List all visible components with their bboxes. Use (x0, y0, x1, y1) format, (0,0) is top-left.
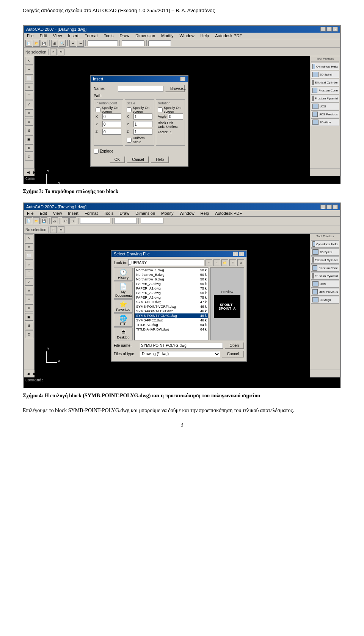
tb-open[interactable]: 📂 (33, 40, 40, 47)
shortcut-ftp[interactable]: 🌐 FTP (114, 313, 133, 327)
select-drawing-controls[interactable]: ? × (233, 252, 244, 256)
lt2-btn-1[interactable]: ↖ (25, 235, 33, 242)
menu-modify-1[interactable]: Modify (160, 33, 175, 38)
menu-edit-1[interactable]: Edit (38, 33, 49, 38)
shortcut-my-documents[interactable]: 📄 My Documents (114, 282, 133, 299)
lt-btn-12[interactable]: ⊡ (25, 153, 33, 161)
scale-x-input[interactable] (133, 113, 152, 120)
menu-draw-1[interactable]: Draw (118, 33, 131, 38)
shortcut-desktop[interactable]: 🖥 Desktop (114, 327, 133, 340)
nav-prev-1[interactable]: ◀ (25, 170, 31, 174)
lt-btn-9[interactable]: ⊕ (25, 127, 33, 134)
tb2-match[interactable]: M (58, 226, 64, 233)
select-drawing-close-btn[interactable]: ? (233, 252, 238, 256)
lt2-btn-12[interactable]: ⊡ (25, 331, 33, 338)
layer-dropdown-2[interactable] (80, 218, 110, 224)
menu-adesk-2[interactable]: Autodesk PDF (213, 211, 243, 216)
rp2-item-ucs-previous[interactable]: UCS Previous (311, 288, 339, 296)
rp-item-frustum-cone[interactable]: Frustum Cone (311, 87, 339, 94)
shortcut-favorites[interactable]: ⭐ Favorites (114, 299, 133, 313)
lt-btn-3[interactable]: ⬜ (25, 74, 33, 82)
tb-preview[interactable]: 🔍 (59, 40, 66, 47)
rp2-item-elliptical-cylinder[interactable]: Elliptical Cylinder (311, 256, 339, 264)
tb-redo[interactable]: ↪ (77, 40, 84, 47)
lookin-input[interactable] (128, 259, 204, 266)
close-btn-2[interactable]: × (333, 205, 338, 209)
lt-btn-7[interactable]: A (25, 109, 33, 117)
lt-btn-10[interactable]: ▣ (25, 135, 33, 143)
file-item-3[interactable]: PAPER_A0.dwg 50 k (135, 282, 208, 286)
explode-cb[interactable] (94, 149, 99, 154)
maximize-btn-2[interactable]: □ (326, 205, 332, 209)
lt-btn-2[interactable]: ✏ (25, 66, 33, 73)
file-item-4[interactable]: PAPER_A1.dwg 75 k (135, 286, 208, 291)
file-item-11[interactable]: SYMB-FREE.dwg 46 k (135, 318, 208, 323)
menu-format-1[interactable]: Format (83, 33, 99, 38)
rp-item-cylindrical-helix[interactable]: Cylindrical Helix (311, 63, 339, 70)
lt2-btn-6[interactable]: ⁄ (25, 278, 33, 286)
y-input[interactable] (102, 121, 121, 127)
tb-match[interactable]: M (58, 49, 64, 55)
lookin-tools[interactable]: ⚙ (237, 259, 244, 266)
lt-btn-8[interactable]: ≡ (25, 118, 33, 126)
lookin-views[interactable]: ≡ (229, 259, 236, 266)
file-item-7[interactable]: SYMB-DEH.dwg 47 k (135, 300, 208, 304)
angle-input[interactable] (168, 113, 183, 120)
tb2-print[interactable]: 🖨 (51, 217, 58, 224)
specify-onscreen-cb-1[interactable] (96, 107, 100, 112)
layer-dropdown-1[interactable] (88, 40, 118, 46)
specify-onscreen-cb-3[interactable] (158, 107, 163, 112)
menu-edit-2[interactable]: Edit (38, 211, 49, 216)
menu-tools-1[interactable]: Tools (102, 33, 115, 38)
menu-window-1[interactable]: Window (178, 33, 196, 38)
linetype-dropdown-1[interactable] (122, 40, 144, 46)
tb2-redo[interactable]: ↪ (69, 217, 76, 224)
scale-y-input[interactable] (133, 121, 152, 127)
menu-dimension-2[interactable]: Dimension (134, 211, 157, 216)
lookin-back[interactable]: ← (206, 259, 212, 266)
ok-button-1[interactable]: OK (109, 156, 125, 163)
menu-window-2[interactable]: Window (178, 211, 196, 216)
lt2-btn-11[interactable]: ⊗ (25, 322, 33, 329)
rp-item-elliptical-cylinder[interactable]: Elliptical Cylinder (311, 79, 339, 86)
rp2-item-2d-spiral[interactable]: 2D Spiral (311, 248, 339, 256)
menu-format-2[interactable]: Format (83, 211, 99, 216)
rp2-item-ucs[interactable]: UCS (311, 280, 339, 288)
tb-print[interactable]: 🖨 (51, 40, 58, 47)
window-controls-1[interactable]: _ □ × (320, 27, 338, 31)
rp-item-frustum-pyramid[interactable]: Frustum Pyramid (311, 94, 339, 102)
lt-btn-4[interactable]: ○ (25, 83, 33, 91)
file-item-0[interactable]: Northarrow_1.dwg 50 k (135, 268, 208, 272)
window-controls-2[interactable]: _ □ × (320, 205, 338, 209)
file-item-12[interactable]: TITLE-A1.dwg 64 k (135, 323, 208, 327)
lt-btn-6[interactable]: ⁄ (25, 101, 33, 108)
tb2-new[interactable]: 📄 (25, 217, 32, 224)
shortcut-history[interactable]: 🕐 History (114, 268, 133, 281)
filetype-select[interactable]: Drawing (*.dwg) (140, 351, 220, 357)
specify-onscreen-cb-2[interactable] (127, 107, 132, 112)
file-item-8[interactable]: SYMB-POINT-VORFI.dwg 46 k (135, 304, 208, 309)
scale-z-input[interactable] (133, 129, 152, 135)
lt2-btn-4[interactable]: ○ (25, 261, 33, 268)
linetype-dropdown-2[interactable] (114, 218, 137, 224)
minimize-btn-1[interactable]: _ (320, 27, 326, 31)
lt2-btn-7[interactable]: A (25, 287, 33, 294)
tb2-save[interactable]: 💾 (41, 217, 47, 224)
tb-properties[interactable]: P (50, 49, 57, 55)
lineweight-dropdown-1[interactable] (148, 40, 171, 46)
tb2-undo[interactable]: ↩ (62, 217, 69, 224)
lineweight-dropdown-2[interactable] (141, 218, 163, 224)
open-button[interactable]: Open (224, 342, 244, 349)
menu-insert-2[interactable]: Insert (66, 211, 80, 216)
file-item-2[interactable]: Northarrow_6.dwg 50 k (135, 277, 208, 282)
lookin-up[interactable]: ↑ (213, 259, 220, 266)
lt2-btn-3[interactable]: ⬜ (25, 252, 33, 260)
insert-dialog-controls[interactable]: × (180, 77, 185, 81)
lt2-btn-2[interactable]: ✏ (25, 243, 33, 251)
menu-dimension-1[interactable]: Dimension (134, 33, 157, 38)
file-item-9[interactable]: SYMB-POINT-LEFT.dwg 46 k (135, 309, 208, 313)
filename-input[interactable] (140, 343, 223, 349)
lt-btn-1[interactable]: ↖ (25, 57, 33, 65)
tb2-properties[interactable]: P (50, 226, 57, 233)
rp2-item-frustum-pyramid[interactable]: Frustum Pyramid (311, 272, 339, 280)
